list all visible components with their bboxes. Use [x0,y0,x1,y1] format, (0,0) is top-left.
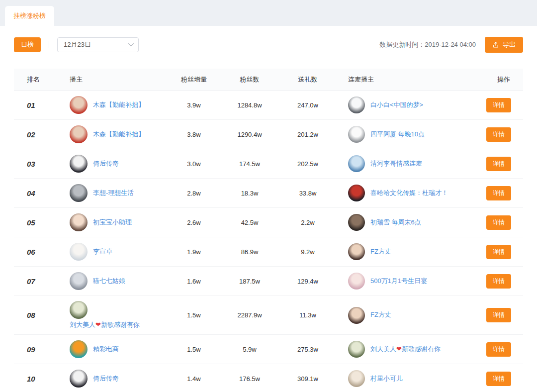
detail-button[interactable]: 详情 [486,127,511,142]
co-broadcaster-avatar[interactable] [348,243,365,260]
table-row: 08 刘大美人❤新歌感谢有你 1.5w 2287.9w 11.3w FZ方丈 详… [14,296,523,335]
gifts-count-value: 129.4w [280,278,335,285]
fans-count-value: 86.9w [219,248,280,256]
co-broadcaster-cell: 500万1月1号生日宴 [335,273,479,290]
co-broadcaster-avatar[interactable] [348,307,365,324]
broadcaster-avatar[interactable] [70,243,88,261]
fans-increase-value: 3.9w [169,101,219,109]
gifts-count-value: 275.3w [280,346,335,353]
broadcaster-avatar[interactable] [70,340,88,358]
fans-count-value: 187.5w [219,278,280,285]
broadcaster-name-link[interactable]: 木森【勤能补拙】 [93,130,145,139]
detail-button[interactable]: 详情 [486,372,511,386]
main-content: 日榜 12月23日 数据更新时间：2019-12-24 04:00 导出 [0,26,537,392]
fans-increase-value: 2.8w [169,190,219,197]
co-broadcaster-name-link[interactable]: 500万1月1号生日宴 [370,277,427,286]
action-cell: 详情 [479,186,523,200]
co-broadcaster-cell: 初瑞雪 每周末6点 [335,214,479,231]
action-cell: 详情 [479,308,523,322]
detail-button[interactable]: 详情 [486,215,511,230]
broadcaster-name-link[interactable]: 倚后传奇 [93,160,119,168]
detail-button[interactable]: 详情 [486,308,511,322]
broadcaster-cell: 木森【勤能补拙】 [70,125,169,143]
detail-button[interactable]: 详情 [486,98,511,112]
co-broadcaster-name-link[interactable]: FZ方丈 [370,248,391,256]
action-cell: 详情 [479,127,523,142]
detail-button[interactable]: 详情 [486,186,511,200]
detail-button[interactable]: 详情 [486,245,511,259]
broadcaster-name-link[interactable]: 初宝宝小助理 [93,218,132,227]
co-broadcaster-name-link[interactable]: FZ方丈 [370,311,391,319]
broadcaster-avatar[interactable] [70,125,88,143]
co-broadcaster-name-link[interactable]: 清河李哥情感连麦 [370,160,422,168]
upload-icon [492,41,499,48]
action-cell: 详情 [479,372,523,386]
table-row: 09 精彩电商 1.5w 5.9w 275.3w 刘大美人❤新歌感谢有你 详情 [14,335,523,364]
rank-label: 02 [14,130,70,139]
export-button[interactable]: 导出 [485,37,523,53]
co-broadcaster-avatar[interactable] [348,341,365,358]
detail-button[interactable]: 详情 [486,342,511,357]
heart-icon: ❤ [396,345,402,353]
broadcaster-cell: 刘大美人❤新歌感谢有你 [70,301,169,329]
broadcaster-avatar[interactable] [70,184,88,202]
heart-icon: ❤ [95,321,101,328]
co-broadcaster-avatar[interactable] [348,214,365,231]
co-broadcaster-cell: 四平阿厦 每晚10点 [335,126,479,143]
broadcaster-avatar[interactable] [70,213,88,231]
co-broadcaster-cell: FZ方丈 [335,307,479,324]
broadcaster-avatar[interactable] [70,96,88,114]
daily-rank-button[interactable]: 日榜 [14,37,41,52]
table-row: 06 李宣卓 1.9w 86.9w 9.2w FZ方丈 详情 [14,237,523,267]
date-select[interactable]: 12月23日 [57,37,139,52]
co-broadcaster-name-link[interactable]: 白小白<中国的梦> [370,101,423,109]
table-row: 07 猫七七姑娘 1.6w 187.5w 129.4w 500万1月1号生日宴 … [14,267,523,296]
co-broadcaster-name-link[interactable]: 村里小可儿 [370,375,403,383]
table-row: 04 李想-理想生活 2.8w 18.3w 33.8w 喜哈哈文化传媒：杜瑞才！… [14,179,523,208]
co-broadcaster-name-link[interactable]: 初瑞雪 每周末6点 [370,218,421,227]
broadcaster-name-link[interactable]: 木森【勤能补拙】 [93,101,145,109]
toolbar-divider [49,41,49,48]
fans-increase-value: 1.6w [169,278,219,285]
broadcaster-name-link[interactable]: 李宣卓 [93,248,112,256]
detail-button[interactable]: 详情 [486,274,511,289]
co-broadcaster-avatar[interactable] [348,370,365,387]
broadcaster-name-link[interactable]: 猫七七姑娘 [93,277,125,286]
rank-label: 03 [14,160,70,168]
gifts-count-value: 201.2w [280,131,335,138]
date-select-value: 12月23日 [64,40,91,49]
broadcaster-name-link[interactable]: 刘大美人❤新歌感谢有你 [70,321,140,329]
co-broadcaster-avatar[interactable] [348,97,365,113]
co-broadcaster-avatar[interactable] [348,185,365,201]
co-broadcaster-name-link[interactable]: 刘大美人❤新歌感谢有你 [370,345,441,354]
broadcaster-avatar[interactable] [70,272,88,290]
update-time-value: 2019-12-24 04:00 [425,41,476,48]
gifts-count-value: 309.1w [280,375,335,383]
broadcaster-name-link[interactable]: 精彩电商 [93,345,119,354]
action-cell: 详情 [479,274,523,289]
broadcaster-avatar[interactable] [70,155,88,173]
fans-increase-value: 3.0w [169,160,219,168]
co-broadcaster-avatar[interactable] [348,273,365,290]
broadcaster-avatar[interactable] [70,301,88,319]
action-cell: 详情 [479,245,523,259]
co-broadcaster-avatar[interactable] [348,126,365,143]
fans-count-value: 1290.4w [219,131,280,138]
gifts-count-value: 247.0w [280,101,335,109]
export-label: 导出 [503,40,516,49]
column-header-rank: 排名 [14,75,70,84]
co-broadcaster-cell: 村里小可儿 [335,370,479,387]
broadcaster-avatar[interactable] [70,370,88,388]
co-broadcaster-name-link[interactable]: 喜哈哈文化传媒：杜瑞才！ [370,189,448,197]
action-cell: 详情 [479,215,523,230]
detail-button[interactable]: 详情 [486,157,511,171]
broadcaster-name-link[interactable]: 李想-理想生活 [93,189,134,197]
tab-fan-growth-leaderboard[interactable]: 挂榜涨粉榜 [5,6,54,26]
broadcaster-name-link[interactable]: 倚后传奇 [93,375,119,383]
rank-label: 09 [14,345,70,354]
co-broadcaster-name-link[interactable]: 四平阿厦 每晚10点 [370,130,425,139]
rank-label: 07 [14,277,70,286]
co-broadcaster-avatar[interactable] [348,155,365,172]
co-broadcaster-cell: 喜哈哈文化传媒：杜瑞才！ [335,185,479,201]
column-header-co-broadcaster: 连麦播主 [335,75,479,84]
